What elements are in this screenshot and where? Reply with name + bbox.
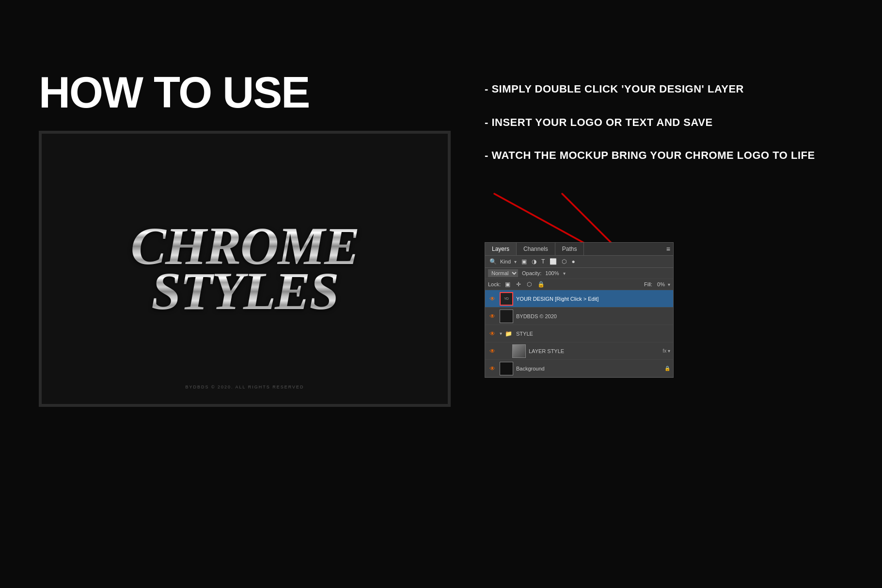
layer-name-layer-style: LAYER STYLE [529, 348, 660, 354]
instruction-step2: - INSERT YOUR LOGO OR TEXT AND SAVE [485, 116, 848, 130]
panel-menu-icon[interactable]: ≡ [666, 245, 670, 253]
layer-name-background: Background [516, 366, 662, 371]
instructions-panel: - SIMPLY DOUBLE CLICK 'YOUR DESIGN' LAYE… [485, 82, 848, 182]
search-icon: 🔍 [488, 258, 498, 265]
photoshop-layers-panel: Layers Channels Paths ≡ 🔍 Kind ▾ ▣ ◑ T ⬜… [485, 242, 674, 378]
ps-tab-layers[interactable]: Layers [485, 243, 517, 255]
eye-icon-layer-style[interactable]: 👁 [488, 347, 497, 356]
fill-value: 0% [657, 281, 665, 287]
smartobject-layer-icon[interactable]: ⬡ [560, 258, 568, 265]
mockup-copyright: BYDBDS © 2020. ALL RIGHTS RESERVED [185, 385, 304, 389]
page-title: HOW TO USE [39, 68, 309, 118]
lock-artboard-icon[interactable]: ⬡ [525, 280, 533, 288]
ps-tab-channels[interactable]: Channels [517, 243, 555, 255]
chrome-text-container: CHROME STYLES [42, 134, 448, 404]
layer-background[interactable]: 👁 Background 🔒 [485, 360, 673, 377]
adjustment-layer-icon[interactable]: ◑ [530, 258, 538, 265]
folder-icon: 📁 [505, 330, 512, 337]
shape-layer-icon[interactable]: ⬜ [548, 258, 558, 265]
eye-icon-background[interactable]: 👁 [488, 364, 497, 373]
ps-tab-paths[interactable]: Paths [555, 243, 584, 255]
blend-mode-select[interactable]: Normal [488, 269, 518, 277]
mockup-frame: CHROME STYLES BYDBDS © 2020. ALL RIGHTS … [39, 131, 451, 407]
opacity-label: Opacity: [522, 270, 541, 276]
kind-label: Kind [500, 259, 511, 264]
lock-move-icon[interactable]: ✛ [515, 280, 522, 288]
layer-name-your-design: YOUR DESIGN [Right Click > Edit] [516, 296, 670, 302]
instruction-step3: - WATCH THE MOCKUP BRING YOUR CHROME LOG… [485, 149, 848, 163]
eye-icon-bydbds[interactable]: 👁 [488, 312, 497, 321]
layer-layer-style[interactable]: 👁 LAYER STYLE fx ▾ [485, 342, 673, 360]
type-layer-icon[interactable]: T [540, 258, 546, 265]
background-lock-icon: 🔒 [664, 366, 670, 371]
ps-filter-toolbar: 🔍 Kind ▾ ▣ ◑ T ⬜ ⬡ ● [485, 256, 673, 268]
layer-name-bydbds: BYDBDS © 2020 [516, 313, 670, 319]
lock-pixel-icon[interactable]: ▣ [504, 280, 512, 288]
layer-your-design[interactable]: 👁 YD YOUR DESIGN [Right Click > Edit] [485, 290, 673, 308]
pixel-layer-icon[interactable]: ▣ [520, 258, 528, 265]
thumb-background [500, 362, 513, 375]
thumb-layer-style [512, 344, 526, 358]
thumb-bydbds [500, 309, 513, 323]
fill-label: Fill: [644, 281, 652, 287]
opacity-chevron[interactable]: ▾ [563, 271, 566, 276]
chrome-word-line2: STYLES [151, 269, 338, 314]
fx-icon: fx ▾ [662, 348, 670, 354]
layer-bydbds[interactable]: 👁 BYDBDS © 2020 [485, 308, 673, 325]
ps-lock-fill-row: Lock: ▣ ✛ ⬡ 🔒 Fill: 0% ▾ [485, 279, 673, 290]
thumb-your-design: YD [500, 292, 513, 306]
ps-tabs: Layers Channels Paths ≡ [485, 243, 673, 256]
instruction-step1: - SIMPLY DOUBLE CLICK 'YOUR DESIGN' LAYE… [485, 82, 848, 96]
fill-chevron[interactable]: ▾ [668, 282, 670, 287]
lock-all-icon[interactable]: 🔒 [536, 280, 546, 288]
folder-collapse-icon[interactable]: ▾ [500, 331, 502, 336]
filter-toggle-icon[interactable]: ● [570, 258, 576, 265]
layer-name-style: STYLE [516, 331, 670, 337]
lock-label: Lock: [488, 281, 501, 287]
eye-icon-style[interactable]: 👁 [488, 329, 497, 338]
layer-style-folder[interactable]: 👁 ▾ 📁 STYLE [485, 325, 673, 342]
ps-blend-opacity-row: Normal Opacity: 100% ▾ [485, 268, 673, 279]
eye-icon-your-design[interactable]: 👁 [488, 294, 497, 303]
kind-dropdown-icon[interactable]: ▾ [513, 259, 518, 265]
opacity-value: 100% [545, 270, 559, 276]
